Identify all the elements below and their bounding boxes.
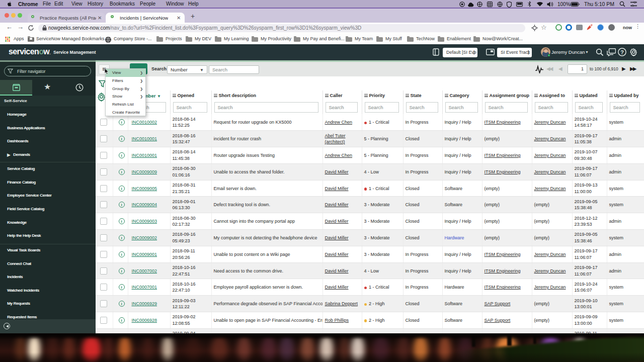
- svg-text:?: ?: [620, 49, 624, 55]
